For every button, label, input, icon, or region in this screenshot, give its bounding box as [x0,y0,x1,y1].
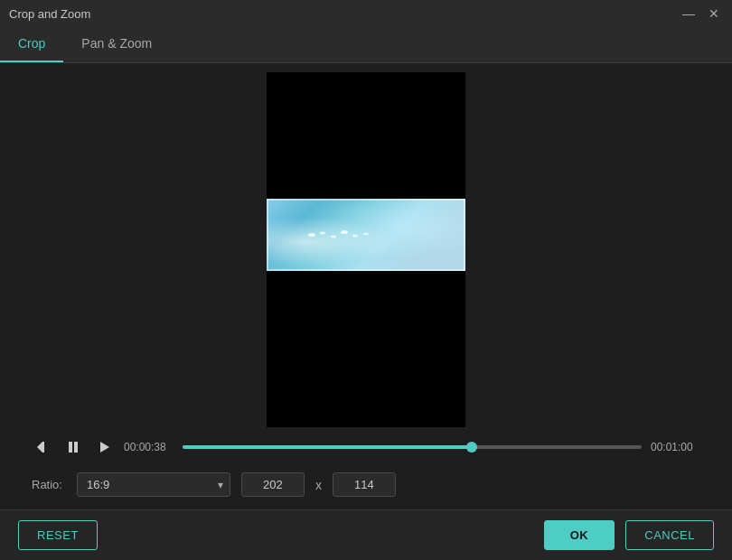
video-frame [267,199,465,271]
tab-bar: Crop Pan & Zoom [0,27,732,63]
window-controls: — ✕ [680,5,723,23]
footer-actions: OK CANCEL [544,520,714,550]
progress-track[interactable] [183,445,642,449]
play-button[interactable] [93,436,115,458]
ok-button[interactable]: OK [544,520,615,550]
close-button[interactable]: ✕ [705,5,723,23]
dimension-separator: x [315,478,322,492]
video-preview [267,72,465,427]
progress-fill [183,445,472,449]
titlebar: Crop and Zoom — ✕ [0,0,732,27]
tab-pan-zoom[interactable]: Pan & Zoom [63,26,170,62]
footer: RESET OK CANCEL [0,509,732,560]
cancel-button[interactable]: CANCEL [625,520,714,550]
ratio-select[interactable]: 16:9 4:3 1:1 9:16 Custom [77,472,230,497]
time-current: 00:00:38 [124,441,174,453]
minimize-button[interactable]: — [680,5,698,23]
time-total: 00:01:00 [651,441,700,453]
rewind-button[interactable] [32,436,53,458]
height-input[interactable] [333,472,396,497]
window-title: Crop and Zoom [9,7,90,21]
tab-crop[interactable]: Crop [0,26,63,62]
width-input[interactable] [241,472,305,497]
playback-controls: 00:00:38 00:01:00 [14,427,718,467]
svg-marker-4 [100,442,109,453]
ratio-select-wrapper: 16:9 4:3 1:1 9:16 Custom [77,472,230,497]
ratio-label: Ratio: [32,478,62,491]
reset-button[interactable]: RESET [18,520,98,550]
main-content: 00:00:38 00:01:00 Ratio: 16:9 4:3 1:1 9:… [0,63,732,509]
svg-rect-2 [69,442,72,453]
svg-rect-1 [42,442,44,453]
progress-thumb[interactable] [466,442,477,453]
crop-settings: Ratio: 16:9 4:3 1:1 9:16 Custom x [14,467,718,502]
video-black-top [267,72,465,199]
pause-button[interactable] [62,436,84,458]
svg-marker-0 [37,442,42,453]
svg-rect-3 [74,442,78,453]
video-black-bottom [267,271,465,427]
